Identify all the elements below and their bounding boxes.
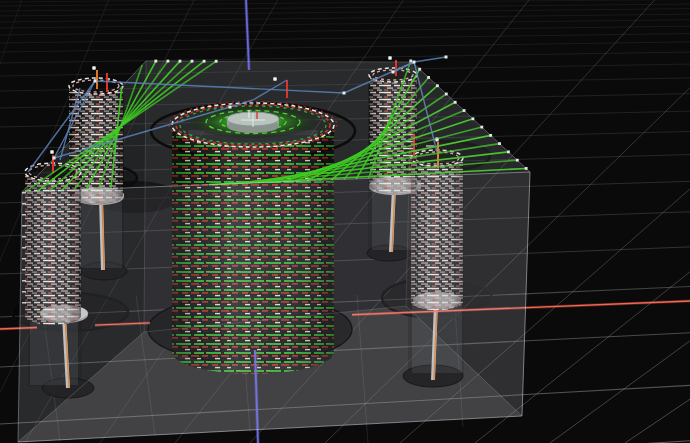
cam-3d-viewport[interactable]	[0, 0, 690, 443]
viewport-canvas[interactable]	[0, 0, 690, 443]
